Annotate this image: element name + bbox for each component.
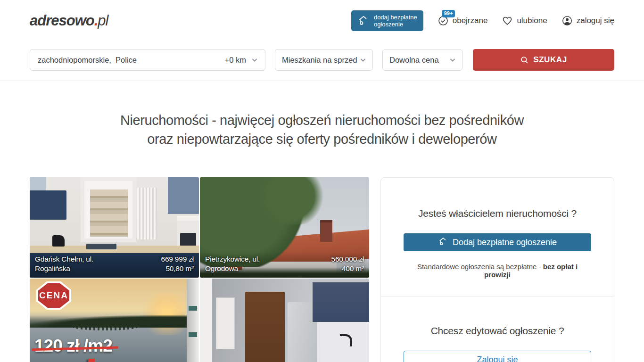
owner-section: Jesteś właścicielem nieruchomości ? Doda…: [381, 178, 614, 293]
chevron-down-icon: [449, 56, 456, 64]
listing-photo: [200, 279, 369, 362]
chevron-down-icon: [251, 56, 258, 64]
down-arrow-icon: [88, 359, 95, 362]
listing-card[interactable]: Pietrzykowice, ul.Ogrodowa 560 000 zł400…: [200, 177, 369, 278]
search-button-label: SZUKAJ: [533, 55, 567, 65]
price-select[interactable]: Dowolna cena: [382, 49, 462, 71]
viewed-link[interactable]: 99+ obejrzane: [438, 15, 488, 26]
check-circle-icon: 99+: [438, 15, 449, 26]
listing-card[interactable]: Warszawa Praga-Północ 550 000 zł: [200, 279, 369, 362]
header-actions: dodaj bezpłatne ogłoszenie 99+ obejrzane: [351, 10, 614, 31]
house-plus-icon: [438, 236, 448, 249]
location-field[interactable]: +0 km: [30, 49, 265, 71]
sidebar-login-button[interactable]: Zaloguj się: [404, 351, 591, 362]
house-plus-icon: [357, 14, 370, 28]
radius-value: +0 km: [225, 56, 246, 65]
listing-card[interactable]: Gdańsk Chełm, ul.Rogalińska 669 999 zł50…: [30, 177, 199, 278]
top-section: adresowo.pl dodaj bezpłatne ogłoszenie: [0, 0, 644, 81]
owner-sidebar: Jesteś właścicielem nieruchomości ? Doda…: [380, 177, 614, 362]
magnifier-icon: [520, 56, 529, 65]
search-bar: +0 km Mieszkania na sprzeda Dowolna cena…: [30, 41, 614, 81]
logo-tld: pl: [98, 12, 108, 29]
edit-section: Chcesz edytować ogłoszenie ? Zaloguj się…: [381, 297, 614, 362]
chevron-down-icon: [359, 56, 367, 64]
user-circle-icon: [561, 15, 573, 26]
add-listing-button[interactable]: dodaj bezpłatne ogłoszenie: [351, 10, 423, 31]
favorites-label: ulubione: [517, 16, 547, 25]
listing-caption: Pietrzykowice, ul.Ogrodowa 560 000 zł400…: [200, 251, 369, 278]
add-listing-label: dodaj bezpłatne ogłoszenie: [374, 14, 417, 28]
listing-card[interactable]: CENA 120 zł /m2 Elganowo 253 000 zł: [30, 279, 199, 362]
viewed-label: obejrzane: [453, 16, 488, 25]
favorites-link[interactable]: ulubione: [502, 15, 547, 26]
heart-icon: [502, 15, 513, 26]
login-link[interactable]: zaloguj się: [561, 15, 614, 26]
radius-select[interactable]: +0 km: [225, 56, 258, 65]
logo-text: adresowo: [30, 12, 94, 29]
location-input[interactable]: [38, 56, 225, 65]
listings-grid: Gdańsk Chełm, ul.Rogalińska 669 999 zł50…: [30, 177, 369, 362]
search-button[interactable]: SZUKAJ: [473, 49, 614, 71]
logo[interactable]: adresowo.pl: [30, 12, 108, 29]
owner-title: Jesteś właścicielem nieruchomości ?: [404, 208, 591, 219]
category-select[interactable]: Mieszkania na sprzeda: [275, 49, 373, 71]
viewed-count-badge: 99+: [442, 10, 455, 17]
page-title: Nieruchomości - najwięcej ogłoszeń nieru…: [0, 111, 644, 148]
header: adresowo.pl dodaj bezpłatne ogłoszenie: [30, 0, 614, 41]
edit-title: Chcesz edytować ogłoszenie ?: [404, 325, 591, 337]
sidebar-add-listing-label: Dodaj bezpłatne ogłoszenie: [453, 238, 557, 247]
price-value: Dowolna cena: [389, 56, 439, 65]
login-label: zaloguj się: [577, 16, 614, 25]
owner-note: Standardowe ogłoszenia są bezpłatne - be…: [404, 263, 591, 279]
main-content: Nieruchomości - najwięcej ogłoszeń nieru…: [0, 111, 644, 362]
old-price-per-m2: 120 zł /m2: [34, 336, 112, 356]
category-value: Mieszkania na sprzeda: [282, 56, 357, 65]
sidebar-add-listing-button[interactable]: Dodaj bezpłatne ogłoszenie: [404, 233, 591, 251]
listing-caption: Gdańsk Chełm, ul.Rogalińska 669 999 zł50…: [30, 251, 199, 278]
